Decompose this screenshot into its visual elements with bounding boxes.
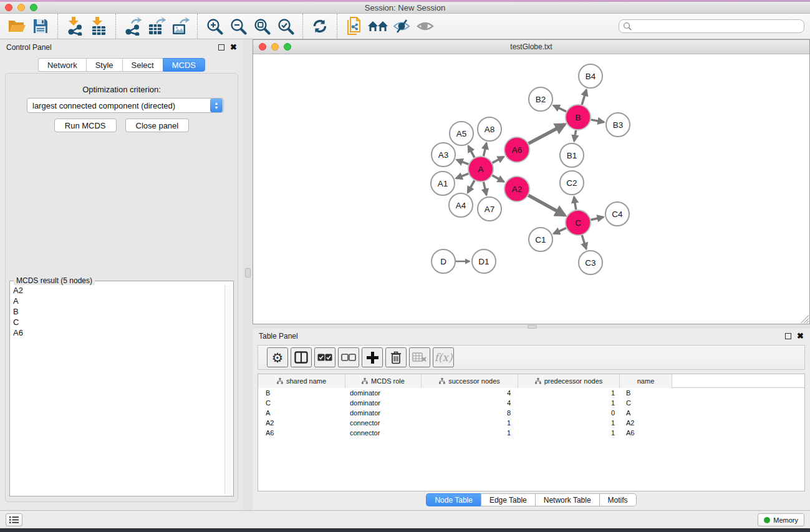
deselect-all-button[interactable]	[338, 347, 359, 367]
vertical-splitter[interactable]	[243, 39, 253, 510]
criterion-dropdown[interactable]: largest connected component (directed) ▲…	[27, 98, 224, 113]
minimize-window-button[interactable]	[17, 4, 25, 11]
save-session-button[interactable]	[29, 16, 52, 37]
column-layout-button[interactable]	[291, 347, 312, 367]
edge-A-A7[interactable]	[483, 182, 486, 195]
home-views-button[interactable]	[366, 16, 390, 37]
result-item[interactable]: C	[11, 317, 225, 327]
tab-network[interactable]: Network	[38, 58, 86, 72]
edge-B-B4[interactable]	[582, 90, 586, 105]
delete-table-button[interactable]	[409, 347, 430, 367]
float-panel-icon[interactable]	[218, 44, 224, 51]
table-cell: 4	[422, 398, 518, 408]
node-label-B: B	[575, 113, 581, 122]
run-mcds-button[interactable]: Run MCDS	[54, 118, 117, 132]
edge-B-B3[interactable]	[591, 120, 604, 122]
tab-motifs[interactable]: Motifs	[599, 493, 637, 506]
zoom-out-button[interactable]	[226, 16, 250, 37]
select-all-button[interactable]	[314, 347, 335, 367]
network-zoom-button[interactable]	[284, 43, 291, 51]
result-scrollbar[interactable]	[224, 285, 233, 495]
edge-C-C4[interactable]	[591, 217, 603, 220]
function-builder-button[interactable]: f(x)	[433, 347, 454, 367]
node-table[interactable]: shared nameMCDS rolesuccessor nodesprede…	[258, 374, 805, 491]
zoom-fit-button[interactable]	[250, 16, 274, 37]
edge-A2-C[interactable]	[528, 195, 565, 215]
import-network-button[interactable]	[63, 16, 87, 37]
edge-A-A4[interactable]	[468, 180, 475, 192]
search-field[interactable]	[619, 19, 804, 33]
edge-A-A1[interactable]	[456, 173, 469, 178]
tab-network-table[interactable]: Network Table	[535, 493, 599, 506]
table-row[interactable]: A6connector11A6	[258, 428, 804, 438]
export-table-button[interactable]	[145, 16, 168, 37]
close-panel-icon[interactable]: ✖	[230, 44, 237, 51]
column-header-MCDS-role[interactable]: MCDS role	[345, 374, 422, 388]
hide-selected-button[interactable]	[390, 16, 413, 37]
column-header-successor-nodes[interactable]: successor nodes	[422, 374, 518, 388]
table-row[interactable]: Adominator80A	[258, 408, 804, 418]
float-table-panel-icon[interactable]	[785, 333, 791, 339]
edge-C-C2[interactable]	[574, 197, 576, 210]
show-all-button[interactable]	[413, 16, 437, 37]
tab-mcds[interactable]: MCDS	[163, 58, 205, 72]
duplicate-network-button[interactable]	[342, 16, 366, 37]
network-window-titlebar[interactable]: testGlobe.txt	[253, 40, 809, 54]
edge-A-A2[interactable]	[492, 175, 504, 181]
export-network-button[interactable]	[121, 16, 145, 37]
tab-node-table[interactable]: Node Table	[426, 493, 481, 506]
edge-A-A6[interactable]	[493, 157, 504, 163]
delete-column-button[interactable]	[385, 347, 407, 367]
tab-select[interactable]: Select	[122, 58, 163, 72]
table-settings-button[interactable]: ⚙	[267, 347, 288, 367]
window-titlebar[interactable]: Session: New Session	[0, 2, 810, 14]
table-row[interactable]: Bdominator41B	[258, 388, 804, 398]
network-close-button[interactable]	[259, 43, 266, 51]
import-table-button[interactable]	[87, 16, 110, 37]
open-session-button[interactable]	[5, 16, 29, 37]
edge-B-B2[interactable]	[554, 105, 566, 112]
gear-icon: ⚙	[272, 351, 284, 364]
column-header-name[interactable]: name	[620, 374, 672, 388]
vertical-splitter-handle[interactable]	[245, 268, 251, 278]
table-row[interactable]: A2connector11A2	[258, 418, 804, 428]
task-history-button[interactable]	[6, 513, 22, 526]
mcds-result-list[interactable]: A2ABCA6	[11, 285, 225, 495]
add-column-button[interactable]	[362, 347, 383, 367]
memory-button[interactable]: Memory	[758, 513, 804, 526]
close-table-panel-icon[interactable]: ✖	[797, 333, 804, 339]
edge-A-A5[interactable]	[468, 146, 475, 157]
close-panel-button[interactable]: Close panel	[125, 118, 190, 132]
result-item[interactable]: A2	[11, 285, 225, 296]
column-header-shared-name[interactable]: shared name	[258, 374, 345, 388]
tab-style[interactable]: Style	[86, 58, 122, 72]
edge-A-A3[interactable]	[456, 160, 468, 164]
zoom-window-button[interactable]	[30, 4, 37, 11]
search-icon	[623, 22, 632, 31]
table-row[interactable]: Cdominator41C	[258, 398, 804, 408]
table-cell: B	[258, 388, 345, 398]
result-item[interactable]: A6	[11, 327, 225, 338]
zoom-in-button[interactable]	[203, 16, 226, 37]
network-minimize-button[interactable]	[271, 43, 279, 51]
refresh-layout-button[interactable]	[308, 16, 332, 37]
mcds-result-box: MCDS result (5 nodes) A2ABCA6	[9, 281, 234, 496]
network-canvas[interactable]: AA1A3A4A5A7A8A6A2BB1B2B3B4CC1C2C3C4DD1	[253, 54, 809, 324]
edge-A-A8[interactable]	[483, 143, 486, 156]
column-header-predecessor-nodes[interactable]: predecessor nodes	[518, 374, 620, 388]
edge-C-C3[interactable]	[582, 235, 586, 249]
export-image-button[interactable]	[168, 16, 192, 37]
result-item[interactable]: A	[11, 296, 225, 306]
result-item[interactable]: B	[11, 306, 225, 317]
close-window-button[interactable]	[5, 4, 12, 11]
zoom-selected-button[interactable]	[274, 16, 297, 37]
edge-A6-B[interactable]	[529, 124, 565, 143]
horizontal-splitter[interactable]	[253, 324, 810, 329]
edge-B-B1[interactable]	[574, 130, 576, 142]
table-cell: C	[620, 398, 672, 408]
resize-grip[interactable]	[801, 315, 809, 323]
search-input[interactable]	[632, 22, 800, 31]
edge-C-C1[interactable]	[554, 228, 566, 234]
window-title: Session: New Session	[365, 3, 445, 12]
tab-edge-table[interactable]: Edge Table	[481, 493, 535, 506]
